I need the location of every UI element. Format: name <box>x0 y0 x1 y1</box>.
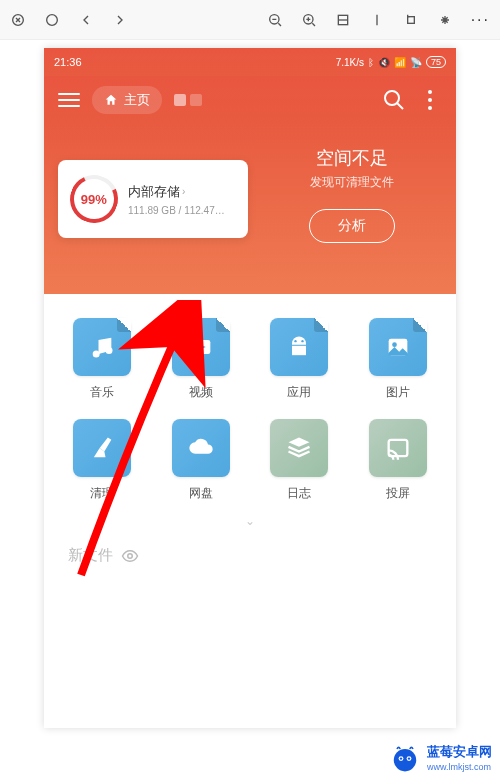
rotate-icon[interactable] <box>403 12 419 28</box>
svg-point-17 <box>394 749 416 771</box>
battery-icon: 75 <box>426 56 446 68</box>
svg-rect-12 <box>292 346 306 355</box>
svg-point-21 <box>408 757 410 759</box>
grid-item-cast[interactable]: 投屏 <box>354 419 443 502</box>
forward-icon[interactable] <box>112 12 128 28</box>
svg-point-16 <box>128 553 133 558</box>
storage-card[interactable]: 99% 内部存储 › 111.89 GB / 112.47… <box>58 160 248 238</box>
network-speed: 7.1K/s <box>336 57 364 68</box>
category-grid: 音乐 视频 应用 图片 清理 网盘 日志 投屏 <box>44 294 456 510</box>
fit-icon[interactable] <box>335 12 351 28</box>
grid-item-label: 视频 <box>189 384 213 401</box>
svg-point-11 <box>302 340 304 342</box>
signal-icon: 📶 <box>394 57 406 68</box>
grid-item-label: 图片 <box>386 384 410 401</box>
watermark-name: 蓝莓安卓网 <box>427 743 492 761</box>
grid-item-label: 音乐 <box>90 384 114 401</box>
storage-banner: 99% 内部存储 › 111.89 GB / 112.47… 空间不足 发现可清… <box>44 124 456 294</box>
grid-item-android[interactable]: 应用 <box>255 318 344 401</box>
divider-icon <box>369 12 385 28</box>
home-tab[interactable]: 主页 <box>92 86 162 114</box>
close-icon[interactable] <box>10 12 26 28</box>
cast-icon <box>369 419 427 477</box>
grid-item-label: 投屏 <box>386 485 410 502</box>
zoom-out-icon[interactable] <box>267 12 283 28</box>
svg-rect-15 <box>388 440 407 456</box>
chevron-down-icon[interactable]: ⌄ <box>44 510 456 532</box>
home-icon <box>104 93 118 107</box>
stack-icon <box>270 419 328 477</box>
watermark-url: www.lmkjst.com <box>427 762 491 772</box>
cloud-icon <box>172 419 230 477</box>
browser-toolbar: ··· <box>0 0 500 40</box>
grid-item-label: 网盘 <box>189 485 213 502</box>
svg-point-1 <box>47 14 58 25</box>
svg-point-14 <box>392 342 397 347</box>
space-sub: 发现可清理文件 <box>262 174 442 191</box>
grid-item-label: 应用 <box>287 384 311 401</box>
watermark: 蓝莓安卓网 www.lmkjst.com <box>389 741 492 773</box>
analyze-button[interactable]: 分析 <box>309 209 395 243</box>
storage-percent: 99% <box>81 192 107 207</box>
tab-indicators[interactable] <box>174 94 202 106</box>
svg-point-20 <box>400 757 402 759</box>
image-icon <box>369 318 427 376</box>
mascot-icon <box>389 741 421 773</box>
svg-point-6 <box>385 91 399 105</box>
eye-icon <box>121 547 139 565</box>
app-header: 主页 <box>44 76 456 124</box>
new-file-section[interactable]: 新文件 <box>44 532 456 579</box>
space-title: 空间不足 <box>262 146 442 170</box>
svg-rect-5 <box>407 16 414 23</box>
home-tab-label: 主页 <box>124 91 150 109</box>
mute-icon: 🔇 <box>378 57 390 68</box>
menu-icon[interactable] <box>58 89 80 111</box>
android-icon <box>270 318 328 376</box>
phone-frame: 21:36 7.1K/s ᛒ 🔇 📶 📡 75 主页 99% <box>44 48 456 728</box>
grid-item-image[interactable]: 图片 <box>354 318 443 401</box>
percent-ring: 99% <box>63 168 125 230</box>
grid-item-music[interactable]: 音乐 <box>58 318 147 401</box>
grid-item-stack[interactable]: 日志 <box>255 419 344 502</box>
video-icon <box>172 318 230 376</box>
more-icon[interactable]: ··· <box>471 11 490 29</box>
status-time: 21:36 <box>54 56 82 68</box>
sparkle-icon[interactable] <box>437 12 453 28</box>
grid-item-label: 清理 <box>90 485 114 502</box>
status-bar: 21:36 7.1K/s ᛒ 🔇 📶 📡 75 <box>44 48 456 76</box>
music-icon <box>73 318 131 376</box>
svg-point-7 <box>93 351 100 358</box>
broom-icon <box>73 419 131 477</box>
storage-title: 内部存储 <box>128 183 180 201</box>
bluetooth-icon: ᛒ <box>368 57 374 68</box>
back-icon[interactable] <box>78 12 94 28</box>
chevron-right-icon: › <box>182 186 185 197</box>
svg-point-8 <box>106 347 113 354</box>
storage-sub: 111.89 GB / 112.47… <box>128 205 236 216</box>
new-file-label: 新文件 <box>68 546 113 565</box>
grid-item-video[interactable]: 视频 <box>157 318 246 401</box>
wifi-icon: 📡 <box>410 57 422 68</box>
search-icon[interactable] <box>382 88 406 112</box>
svg-point-10 <box>295 340 297 342</box>
grid-item-label: 日志 <box>287 485 311 502</box>
grid-item-broom[interactable]: 清理 <box>58 419 147 502</box>
zoom-in-icon[interactable] <box>301 12 317 28</box>
stop-icon[interactable] <box>44 12 60 28</box>
grid-item-cloud[interactable]: 网盘 <box>157 419 246 502</box>
app-more-icon[interactable] <box>418 88 442 112</box>
